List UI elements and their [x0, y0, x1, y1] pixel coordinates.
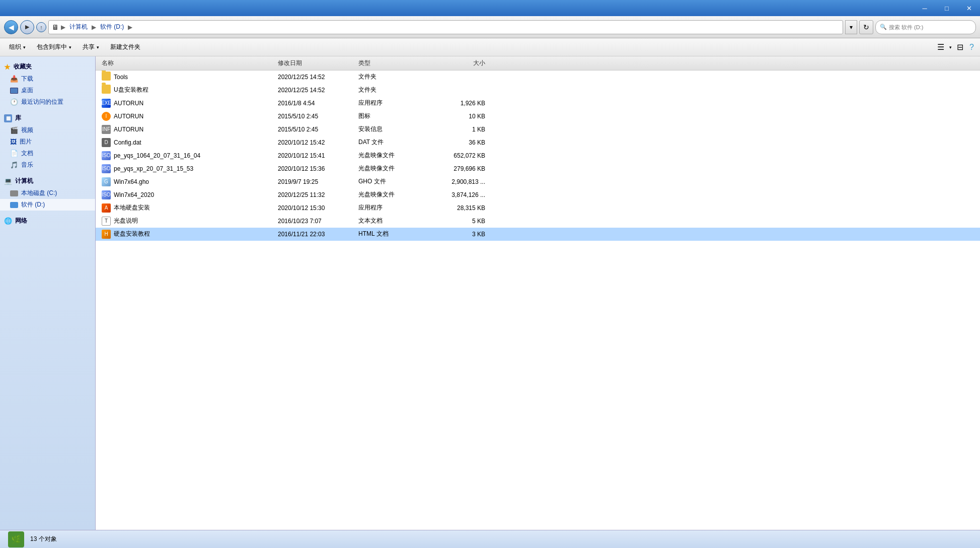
share-arrow: ▾	[97, 45, 99, 50]
address-path[interactable]: 🖥 ▶ 计算机 ▶ 软件 (D:) ▶	[48, 20, 843, 34]
file-icon-iso: ISO	[102, 190, 111, 199]
sidebar-item-documents[interactable]: 📄 文档	[0, 148, 95, 159]
table-row[interactable]: I AUTORUN 2015/5/10 2:45 图标 10 KB	[96, 110, 980, 123]
address-dropdown[interactable]: ▾	[845, 20, 857, 34]
maximize-button[interactable]: □	[936, 0, 958, 16]
search-input[interactable]	[889, 24, 971, 30]
file-icon-folder	[102, 85, 111, 95]
new-folder-label: 新建文件夹	[110, 43, 140, 51]
sidebar-item-video[interactable]: 🎬 视频	[0, 124, 95, 136]
table-row[interactable]: U盘安装教程 2020/12/25 14:52 文件夹	[96, 84, 980, 97]
sidebar-section-network: 🌐 网络	[0, 215, 95, 227]
file-name-cell: EXE AUTORUN	[100, 99, 276, 108]
sidebar-item-music[interactable]: 🎵 音乐	[0, 159, 95, 171]
sidebar-section-computer: 💻 计算机 本地磁盘 (C:) 软件 (D:)	[0, 175, 95, 211]
back-button[interactable]: ◀	[4, 20, 18, 34]
network-icon: 🌐	[4, 217, 12, 225]
table-row[interactable]: ISO Win7x64_2020 2020/12/25 11:32 光盘映像文件…	[96, 188, 980, 201]
sidebar-library-title[interactable]: ▦ 库	[0, 112, 95, 124]
file-icon-iso: ISO	[102, 151, 111, 160]
table-row[interactable]: T 光盘说明 2016/10/23 7:07 文本文档 5 KB	[96, 215, 980, 228]
filelist-area[interactable]: 名称 修改日期 类型 大小 Tools 2020/12/25 14:52 文件夹	[96, 56, 980, 530]
sidebar-section-library: ▦ 库 🎬 视频 🖼 图片 📄 文档 🎵 音乐	[0, 112, 95, 171]
file-name-cell: D Config.dat	[100, 138, 276, 147]
sidebar-item-pictures[interactable]: 🖼 图片	[0, 136, 95, 148]
new-folder-button[interactable]: 新建文件夹	[105, 40, 145, 55]
help-button[interactable]: ?	[967, 43, 976, 52]
file-icon-folder	[102, 72, 111, 82]
table-row[interactable]: Tools 2020/12/25 14:52 文件夹	[96, 71, 980, 84]
view-dropdown-button[interactable]: ▾	[948, 45, 953, 50]
table-row[interactable]: D Config.dat 2020/10/12 15:42 DAT 文件 36 …	[96, 136, 980, 149]
file-name-label: AUTORUN	[114, 126, 143, 133]
file-size-cell: 652,072 KB	[427, 152, 487, 159]
table-row[interactable]: A 本地硬盘安装 2020/10/12 15:30 应用程序 28,315 KB	[96, 201, 980, 215]
view-options-button[interactable]: ☰	[935, 42, 946, 52]
file-date-cell: 2020/12/25 11:32	[276, 191, 356, 198]
table-row[interactable]: G Win7x64.gho 2019/9/7 19:25 GHO 文件 2,90…	[96, 175, 980, 188]
table-row[interactable]: H 硬盘安装教程 2016/11/21 22:03 HTML 文档 3 KB	[96, 228, 980, 241]
file-name-label: U盘安装教程	[114, 86, 148, 94]
file-icon-inf: INF	[102, 125, 111, 134]
file-name-cell: H 硬盘安装教程	[100, 230, 276, 239]
share-button[interactable]: 共享 ▾	[78, 40, 104, 55]
preview-pane-button[interactable]: ⊟	[955, 42, 965, 52]
file-type-cell: 光盘映像文件	[356, 151, 427, 160]
star-icon: ★	[4, 63, 11, 71]
file-date-cell: 2020/12/25 14:52	[276, 87, 356, 94]
file-name-label: pe_yqs_xp_20_07_31_15_53	[114, 165, 193, 172]
music-icon: 🎵	[10, 161, 18, 169]
sidebar-item-recent[interactable]: 🕐 最近访问的位置	[0, 96, 95, 108]
file-icon-gho: G	[102, 177, 111, 186]
path-drive[interactable]: 软件 (D:)	[98, 22, 126, 32]
include-library-button[interactable]: 包含到库中 ▾	[32, 40, 77, 55]
file-name-cell: INF AUTORUN	[100, 125, 276, 134]
file-date-cell: 2020/12/25 14:52	[276, 74, 356, 81]
col-header-size[interactable]: 大小	[427, 59, 487, 67]
table-row[interactable]: EXE AUTORUN 2016/1/8 4:54 应用程序 1,926 KB	[96, 97, 980, 110]
col-header-date[interactable]: 修改日期	[276, 59, 356, 67]
sidebar-item-c-drive[interactable]: 本地磁盘 (C:)	[0, 187, 95, 199]
table-row[interactable]: ISO pe_yqs_xp_20_07_31_15_53 2020/10/12 …	[96, 162, 980, 175]
col-header-type[interactable]: 类型	[356, 59, 427, 67]
file-name-label: 本地硬盘安装	[114, 203, 150, 212]
file-date-cell: 2015/5/10 2:45	[276, 113, 356, 120]
file-date-cell: 2015/5/10 2:45	[276, 126, 356, 133]
file-name-cell: A 本地硬盘安装	[100, 203, 276, 213]
sidebar-pictures-label: 图片	[20, 138, 32, 146]
organize-button[interactable]: 组织 ▾	[4, 40, 31, 55]
file-date-cell: 2016/10/23 7:07	[276, 218, 356, 225]
file-name-cell: ISO Win7x64_2020	[100, 190, 276, 199]
search-box[interactable]: 🔍	[875, 20, 976, 34]
file-name-cell: T 光盘说明	[100, 217, 276, 226]
sidebar-favorites-title[interactable]: ★ 收藏夹	[0, 60, 95, 73]
file-icon-app: A	[102, 203, 111, 213]
forward-button[interactable]: ▶	[20, 20, 34, 34]
sidebar-music-label: 音乐	[21, 161, 33, 169]
up-button[interactable]: ↑	[36, 22, 46, 32]
sidebar-item-download[interactable]: 📥 下载	[0, 73, 95, 85]
include-library-label: 包含到库中	[37, 43, 67, 51]
path-computer[interactable]: 计算机	[67, 22, 90, 32]
sidebar-item-d-drive[interactable]: 软件 (D:)	[0, 199, 95, 211]
file-date-cell: 2016/1/8 4:54	[276, 100, 356, 107]
refresh-button[interactable]: ↻	[859, 20, 873, 34]
close-button[interactable]: ✕	[958, 0, 980, 16]
table-row[interactable]: INF AUTORUN 2015/5/10 2:45 安装信息 1 KB	[96, 123, 980, 136]
minimize-button[interactable]: ─	[914, 0, 936, 16]
file-type-cell: 光盘映像文件	[356, 190, 427, 199]
toolbar: 组织 ▾ 包含到库中 ▾ 共享 ▾ 新建文件夹 ☰ ▾ ⊟ ?	[0, 38, 980, 56]
file-name-label: Tools	[114, 74, 128, 81]
col-header-name[interactable]: 名称	[100, 59, 276, 67]
search-icon: 🔍	[880, 24, 887, 30]
file-name-cell: ISO pe_yqs_1064_20_07_31_16_04	[100, 151, 276, 160]
recent-icon: 🕐	[10, 98, 18, 106]
sidebar-item-desktop[interactable]: 桌面	[0, 85, 95, 96]
file-name-label: pe_yqs_1064_20_07_31_16_04	[114, 152, 200, 159]
sidebar-network-title[interactable]: 🌐 网络	[0, 215, 95, 227]
file-name-label: 硬盘安装教程	[114, 230, 150, 238]
table-row[interactable]: ISO pe_yqs_1064_20_07_31_16_04 2020/10/1…	[96, 149, 980, 162]
file-size-cell: 3 KB	[427, 231, 487, 238]
file-name-label: Win7x64.gho	[114, 178, 149, 185]
sidebar-computer-title[interactable]: 💻 计算机	[0, 175, 95, 187]
